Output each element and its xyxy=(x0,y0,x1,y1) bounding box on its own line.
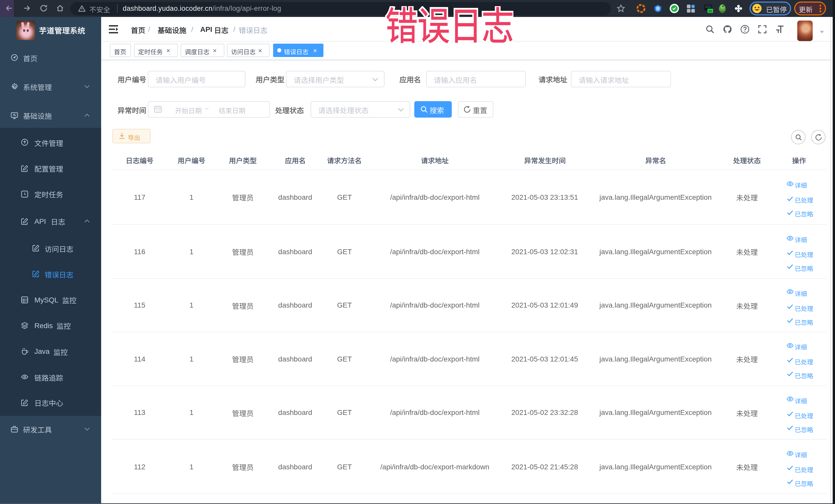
svg-text:on: on xyxy=(708,9,712,12)
